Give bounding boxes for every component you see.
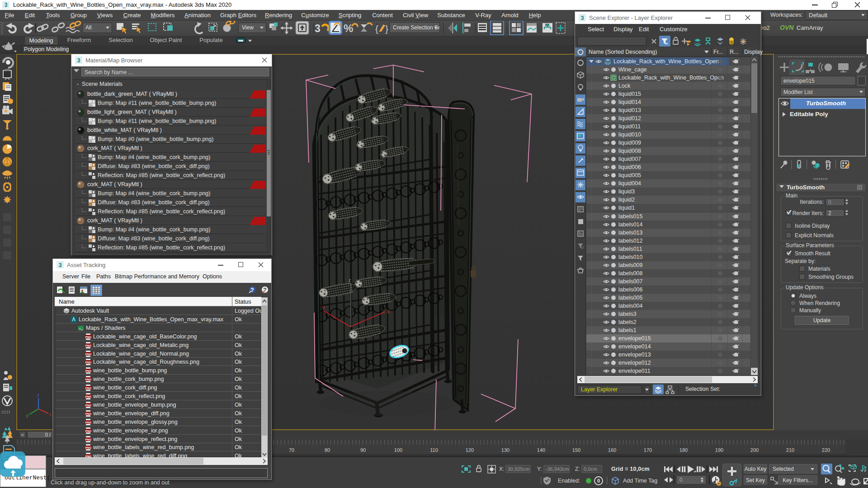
svg-text:PNG: PNG xyxy=(85,378,92,381)
svg-text:PNG: PNG xyxy=(85,386,92,389)
svg-text:PNG: PNG xyxy=(85,361,92,364)
svg-text:3: 3 xyxy=(581,15,584,21)
svg-text:PNG: PNG xyxy=(85,369,92,372)
svg-text:PNG: PNG xyxy=(85,352,92,355)
svg-text:z: z xyxy=(349,278,351,283)
svg-text:PNG: PNG xyxy=(85,335,92,338)
svg-text:PNG: PNG xyxy=(85,395,92,398)
svg-text:3: 3 xyxy=(5,2,8,8)
svg-text:?: ? xyxy=(250,287,254,293)
svg-text:3: 3 xyxy=(59,262,62,268)
svg-text:X: X xyxy=(387,309,390,314)
svg-text:PNG: PNG xyxy=(85,403,92,406)
svg-text:z: z xyxy=(37,393,39,398)
svg-text:3: 3 xyxy=(77,57,80,64)
svg-text:0: 0 xyxy=(597,478,600,483)
svg-text:3: 3 xyxy=(315,23,321,34)
svg-text:x: x xyxy=(49,412,52,417)
svg-text:?: ? xyxy=(263,287,266,293)
svg-text:y: y xyxy=(26,413,28,418)
svg-text:PNG: PNG xyxy=(85,420,92,423)
svg-text:$: $ xyxy=(730,40,732,45)
svg-text:PNG: PNG xyxy=(85,429,92,432)
svg-text:Y: Y xyxy=(322,305,326,311)
svg-text:PNG: PNG xyxy=(85,343,92,347)
svg-text:PNG: PNG xyxy=(85,437,92,441)
svg-text:{: { xyxy=(375,23,378,34)
svg-text:}: } xyxy=(385,23,388,34)
svg-text:PNG: PNG xyxy=(85,412,92,415)
svg-text:PNG: PNG xyxy=(85,446,92,449)
svg-text:%: % xyxy=(344,22,353,34)
